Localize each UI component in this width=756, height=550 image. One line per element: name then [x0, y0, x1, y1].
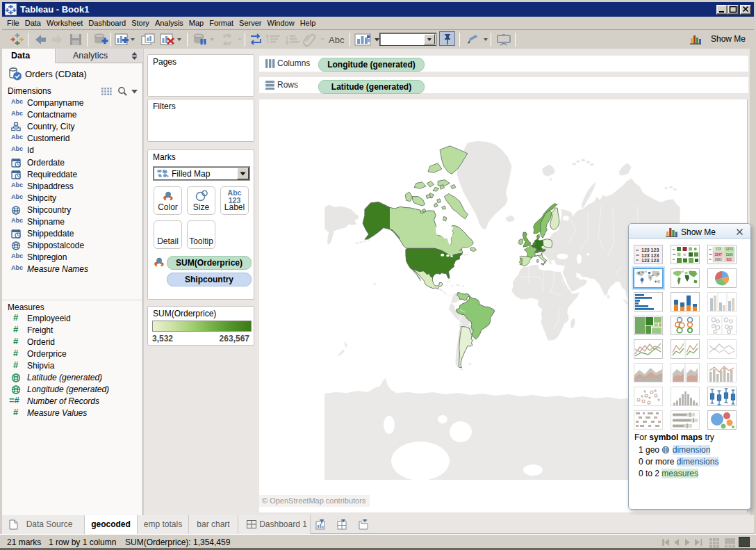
- svg-text:821: 821: [727, 258, 732, 261]
- svg-text:123 123: 123 123: [641, 253, 659, 258]
- svg-text:1272: 1272: [726, 248, 734, 251]
- svg-text:123 123: 123 123: [641, 258, 659, 263]
- svg-text:123 123: 123 123: [641, 248, 659, 252]
- svg-text:2982: 2982: [715, 258, 723, 261]
- svg-text:1190: 1190: [726, 253, 733, 257]
- svg-text:172: 172: [716, 248, 721, 251]
- svg-text:1347: 1347: [715, 253, 723, 257]
